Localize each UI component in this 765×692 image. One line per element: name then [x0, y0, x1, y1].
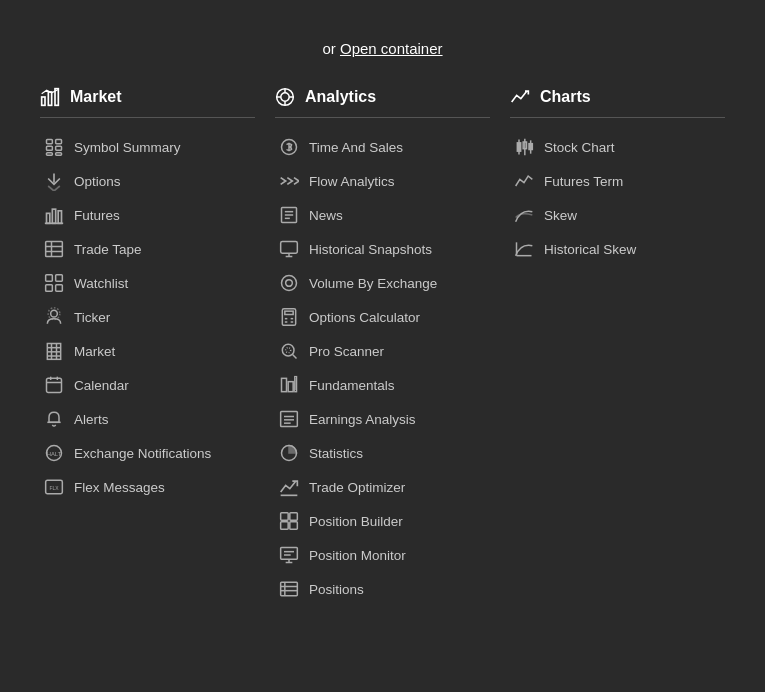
menu-label-watchlist: Watchlist	[74, 276, 128, 291]
menu-label-positions: Positions	[309, 582, 364, 597]
menu-label-futures: Futures	[74, 208, 120, 223]
news-icon	[279, 205, 299, 225]
menu-label-pro-scanner: Pro Scanner	[309, 344, 384, 359]
menu-item-position-builder[interactable]: Position Builder	[275, 504, 490, 538]
menu-label-position-builder: Position Builder	[309, 514, 403, 529]
menu-item-options[interactable]: Options	[40, 164, 255, 198]
menu-label-market: Market	[74, 344, 115, 359]
menu-label-flex-messages: Flex Messages	[74, 480, 165, 495]
menu-item-exchange-notifications[interactable]: HALTExchange Notifications	[40, 436, 255, 470]
svg-rect-78	[281, 548, 298, 560]
column-charts: ChartsStock ChartFutures TermSkewHistori…	[500, 87, 735, 266]
menu-item-watchlist[interactable]: Watchlist	[40, 266, 255, 300]
menu-item-positions[interactable]: Positions	[275, 572, 490, 606]
svg-rect-4	[56, 140, 62, 144]
svg-rect-76	[281, 522, 289, 530]
svg-rect-20	[46, 285, 53, 292]
market-col	[40, 87, 60, 107]
menu-label-statistics: Statistics	[309, 446, 363, 461]
menu-label-futures-term: Futures Term	[544, 174, 623, 189]
column-header-analytics: Analytics	[275, 87, 490, 118]
calendar-icon	[44, 375, 64, 395]
header: or Open container	[30, 20, 735, 87]
menu-item-alerts[interactable]: Alerts	[40, 402, 255, 436]
table-icon	[44, 239, 64, 259]
menu-item-news[interactable]: News	[275, 198, 490, 232]
svg-rect-1	[48, 92, 51, 105]
menu-label-exchange-notifications: Exchange Notifications	[74, 446, 211, 461]
menu-item-market[interactable]: Market	[40, 334, 255, 368]
column-title-charts: Charts	[540, 88, 591, 106]
svg-rect-68	[281, 412, 298, 427]
svg-text:HALT: HALT	[47, 451, 62, 457]
menu-item-pro-scanner[interactable]: Pro Scanner	[275, 334, 490, 368]
svg-rect-67	[295, 377, 297, 392]
svg-rect-14	[46, 242, 63, 257]
menu-label-symbol-summary: Symbol Summary	[74, 140, 181, 155]
menu-label-earnings-analysis: Earnings Analysis	[309, 412, 416, 427]
svg-point-62	[282, 344, 294, 356]
menu-label-skew: Skew	[544, 208, 577, 223]
menu-item-fundamentals[interactable]: Fundamentals	[275, 368, 490, 402]
svg-rect-75	[290, 513, 298, 521]
chevrons-icon	[279, 171, 299, 191]
menu-item-calendar[interactable]: Calendar	[40, 368, 255, 402]
menu-item-historical-skew[interactable]: Historical Skew	[510, 232, 725, 266]
svg-point-55	[286, 280, 293, 287]
pie-icon	[279, 443, 299, 463]
menu-item-volume-by-exchange[interactable]: Volume By Exchange	[275, 266, 490, 300]
menu-label-options: Options	[74, 174, 121, 189]
svg-point-40	[281, 93, 289, 101]
menu-item-trade-tape[interactable]: Trade Tape	[40, 232, 255, 266]
hist-skew-icon	[514, 239, 534, 259]
svg-rect-7	[47, 153, 53, 156]
menu-item-time-and-sales[interactable]: Time And Sales	[275, 130, 490, 164]
menu-item-futures[interactable]: Futures	[40, 198, 255, 232]
flex-icon: FLX	[44, 477, 64, 497]
svg-point-54	[282, 276, 297, 291]
menu-item-symbol-summary[interactable]: Symbol Summary	[40, 130, 255, 164]
menu-item-flex-messages[interactable]: FLXFlex Messages	[40, 470, 255, 504]
open-container-link[interactable]: Open container	[340, 40, 443, 57]
bar-chart-icon	[44, 205, 64, 225]
menu-item-position-monitor[interactable]: Position Monitor	[275, 538, 490, 572]
menu-label-options-calculator: Options Calculator	[309, 310, 420, 325]
svg-rect-8	[56, 153, 62, 156]
list-icon	[279, 409, 299, 429]
column-title-market: Market	[70, 88, 122, 106]
menu-label-position-monitor: Position Monitor	[309, 548, 406, 563]
menu-label-flow-analytics: Flow Analytics	[309, 174, 395, 189]
menu-item-stock-chart[interactable]: Stock Chart	[510, 130, 725, 164]
scanner-icon	[279, 341, 299, 361]
svg-rect-30	[47, 378, 62, 392]
menu-item-futures-term[interactable]: Futures Term	[510, 164, 725, 198]
menu-item-statistics[interactable]: Statistics	[275, 436, 490, 470]
column-analytics: AnalyticsTime And SalesFlow AnalyticsNew…	[265, 87, 500, 606]
menu-item-flow-analytics[interactable]: Flow Analytics	[275, 164, 490, 198]
fundamentals-icon	[279, 375, 299, 395]
column-header-charts: Charts	[510, 87, 725, 118]
column-title-analytics: Analytics	[305, 88, 376, 106]
svg-rect-6	[56, 146, 62, 150]
column-header-market: Market	[40, 87, 255, 118]
menu-item-skew[interactable]: Skew	[510, 198, 725, 232]
svg-rect-57	[285, 311, 293, 314]
apps-icon	[44, 273, 64, 293]
header-line2: or Open container	[30, 40, 735, 57]
menu-item-trade-optimizer[interactable]: Trade Optimizer	[275, 470, 490, 504]
svg-rect-51	[281, 242, 298, 254]
trend-icon	[279, 477, 299, 497]
menu-label-time-and-sales: Time And Sales	[309, 140, 403, 155]
menu-item-ticker[interactable]: Ticker	[40, 300, 255, 334]
menu-item-options-calculator[interactable]: Options Calculator	[275, 300, 490, 334]
svg-text:FLX: FLX	[49, 485, 59, 491]
menu-label-alerts: Alerts	[74, 412, 109, 427]
menu-label-news: News	[309, 208, 343, 223]
position-icon	[279, 511, 299, 531]
menu-label-ticker: Ticker	[74, 310, 110, 325]
svg-rect-88	[517, 143, 520, 151]
menu-item-historical-snapshots[interactable]: Historical Snapshots	[275, 232, 490, 266]
menu-item-earnings-analysis[interactable]: Earnings Analysis	[275, 402, 490, 436]
svg-rect-19	[56, 275, 63, 282]
menu-label-historical-snapshots: Historical Snapshots	[309, 242, 432, 257]
